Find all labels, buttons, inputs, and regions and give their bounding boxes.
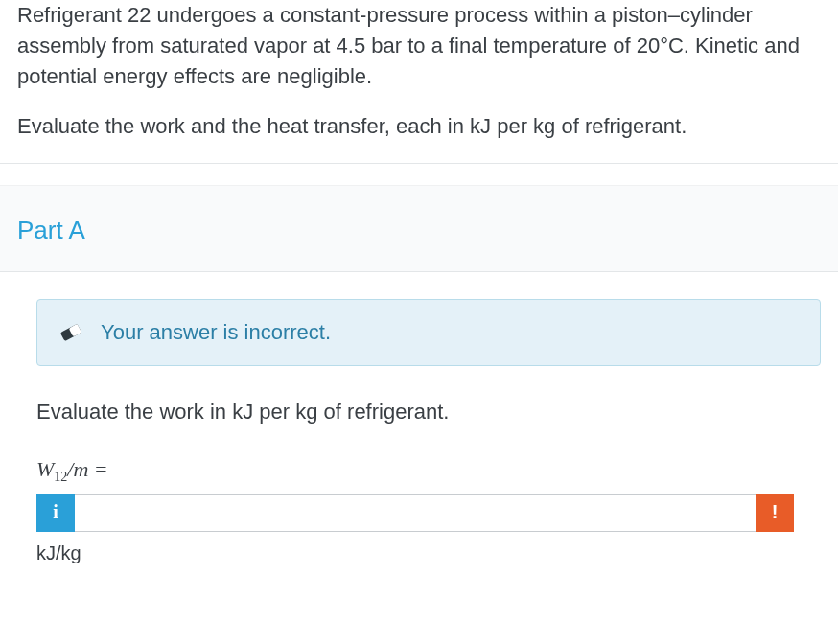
question-paragraph-1: Refrigerant 22 undergoes a constant-pres… [17,0,821,92]
variable-w: W [36,457,54,481]
part-a-subprompt: Evaluate the work in kJ per kg of refrig… [36,397,821,427]
unit-label: kJ/kg [36,540,821,567]
divider [0,163,838,164]
answer-input-row: i ! [36,494,794,532]
part-a-header: Part A [0,185,838,273]
info-button[interactable]: i [36,494,75,532]
variable-sub: 12 [54,470,67,484]
part-a-title: Part A [17,213,821,249]
warning-icon: ! [772,501,779,523]
info-icon: i [53,501,58,523]
question-paragraph-2: Evaluate the work and the heat transfer,… [17,111,821,142]
variable-rest: /m = [67,457,107,481]
feedback-incorrect: Your answer is incorrect. [36,299,821,366]
eraser-icon [58,320,83,345]
question-stem: Refrigerant 22 undergoes a constant-pres… [0,0,838,163]
answer-input[interactable] [75,494,756,532]
part-a-body: Your answer is incorrect. Evaluate the w… [0,272,838,566]
variable-label: W12/m = [36,454,821,488]
warning-button[interactable]: ! [756,494,794,532]
feedback-text: Your answer is incorrect. [101,317,331,348]
